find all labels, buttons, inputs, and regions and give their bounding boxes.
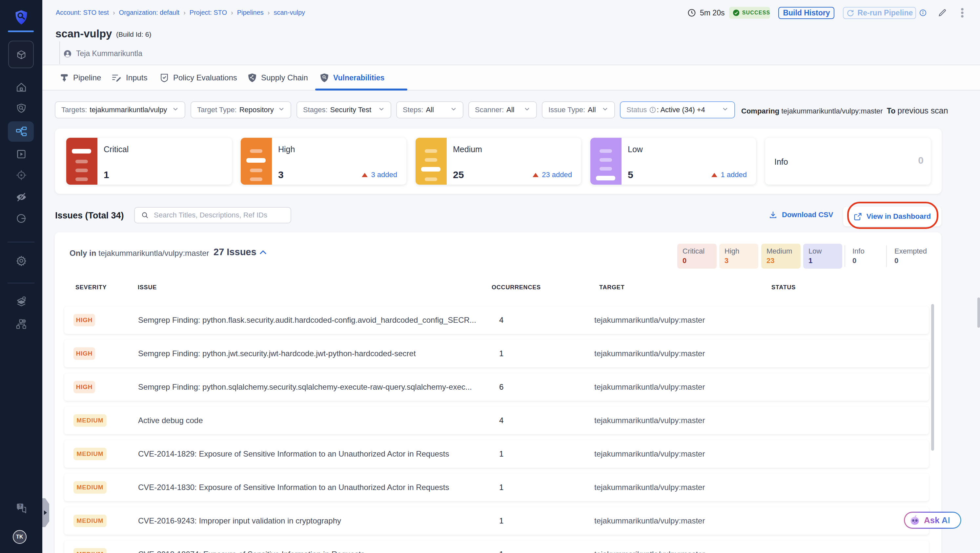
svg-text:?: ? (18, 504, 21, 509)
